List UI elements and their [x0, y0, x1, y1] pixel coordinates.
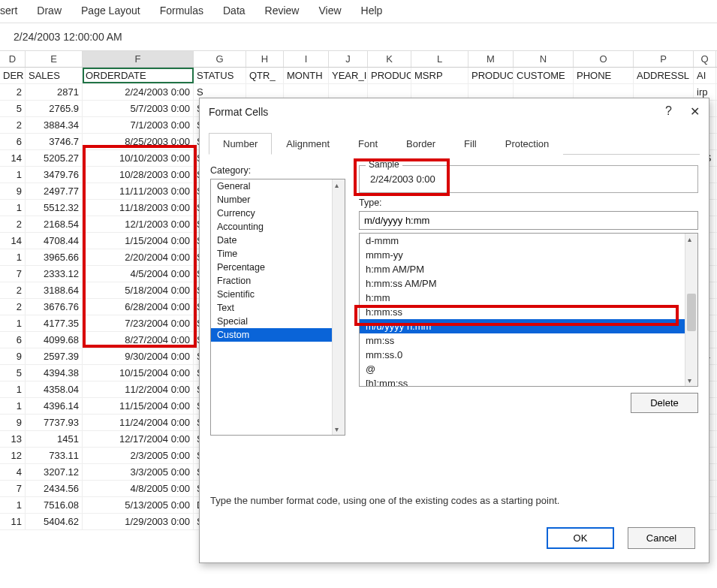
- cell[interactable]: 14: [0, 233, 26, 249]
- column-header-P[interactable]: P: [634, 51, 694, 67]
- field-header-phone[interactable]: PHONE: [574, 68, 634, 83]
- field-header-month[interactable]: MONTH: [284, 68, 329, 83]
- cell[interactable]: 6: [0, 332, 26, 348]
- cell[interactable]: 5/13/2005 0:00: [83, 497, 194, 513]
- cell[interactable]: 1: [0, 497, 26, 513]
- column-header-I[interactable]: I: [284, 51, 329, 67]
- cell[interactable]: 3207.12: [26, 464, 83, 480]
- field-header-status[interactable]: STATUS: [194, 68, 246, 83]
- cell[interactable]: 1: [0, 249, 26, 265]
- category-item-date[interactable]: Date: [211, 234, 345, 247]
- cell[interactable]: 5: [0, 365, 26, 381]
- ribbon-tab-draw[interactable]: Draw: [37, 5, 62, 17]
- cell[interactable]: 9: [0, 415, 26, 430]
- cell[interactable]: 2/3/2005 0:00: [83, 448, 194, 463]
- cell[interactable]: 1: [0, 167, 26, 182]
- ok-button[interactable]: OK: [547, 527, 614, 549]
- ribbon-tab-help[interactable]: Help: [361, 5, 383, 17]
- column-header-K[interactable]: K: [368, 51, 411, 67]
- category-item-number[interactable]: Number: [211, 193, 345, 207]
- column-header-E[interactable]: E: [26, 51, 83, 67]
- scroll-down-icon[interactable]: ▾: [688, 376, 691, 384]
- cell[interactable]: 6/28/2004 0:00: [83, 299, 194, 315]
- column-header-G[interactable]: G: [194, 51, 246, 67]
- cell[interactable]: 4/5/2004 0:00: [83, 266, 194, 282]
- cell[interactable]: 12: [0, 448, 26, 463]
- cell[interactable]: 12/1/2003 0:00: [83, 216, 194, 232]
- tab-protection[interactable]: Protection: [491, 133, 564, 155]
- cell[interactable]: 4099.68: [26, 332, 83, 348]
- cell[interactable]: 1/29/2003 0:00: [83, 514, 194, 529]
- cell[interactable]: 2168.54: [26, 216, 83, 232]
- cell[interactable]: 11/2/2004 0:00: [83, 381, 194, 397]
- category-item-custom[interactable]: Custom: [211, 328, 345, 342]
- cell[interactable]: 6: [0, 134, 26, 149]
- type-option[interactable]: mmm-yy: [360, 248, 697, 262]
- cell[interactable]: 11/18/2003 0:00: [83, 200, 194, 216]
- cell[interactable]: 7: [0, 266, 26, 282]
- tab-border[interactable]: Border: [392, 133, 450, 155]
- type-option[interactable]: mm:ss.0: [360, 348, 697, 362]
- cell[interactable]: 3676.76: [26, 299, 83, 315]
- cell[interactable]: 5: [0, 101, 26, 116]
- category-item-time[interactable]: Time: [211, 247, 345, 261]
- cell[interactable]: 8/27/2004 0:00: [83, 332, 194, 348]
- cell[interactable]: 11/15/2004 0:00: [83, 398, 194, 414]
- cancel-button[interactable]: Cancel: [628, 527, 695, 549]
- cell[interactable]: 4177.35: [26, 315, 83, 331]
- column-header-L[interactable]: L: [411, 51, 468, 67]
- cell[interactable]: 11/24/2004 0:00: [83, 415, 194, 430]
- cell[interactable]: 3746.7: [26, 134, 83, 149]
- cell[interactable]: 5/7/2003 0:00: [83, 101, 194, 116]
- formula-bar[interactable]: 2/24/2003 12:00:00 AM: [0, 23, 717, 51]
- cell[interactable]: 2765.9: [26, 101, 83, 116]
- cell[interactable]: 1451: [26, 431, 83, 447]
- field-header-producti[interactable]: PRODUCTI: [368, 68, 411, 83]
- field-header-sales[interactable]: SALES: [26, 68, 83, 83]
- cell[interactable]: 14: [0, 150, 26, 166]
- cell[interactable]: 7: [0, 481, 26, 496]
- cell[interactable]: 733.11: [26, 448, 83, 463]
- column-header-M[interactable]: M: [468, 51, 514, 67]
- cell[interactable]: 1: [0, 398, 26, 414]
- cell[interactable]: 1: [0, 200, 26, 216]
- tab-font[interactable]: Font: [344, 133, 392, 155]
- field-header-addressl[interactable]: ADDRESSL: [634, 68, 694, 83]
- type-option[interactable]: h:mm: [360, 291, 697, 305]
- column-header-D[interactable]: D: [0, 51, 26, 67]
- cell[interactable]: 1: [0, 315, 26, 331]
- cell[interactable]: 4708.44: [26, 233, 83, 249]
- cell[interactable]: 2/20/2004 0:00: [83, 249, 194, 265]
- cell[interactable]: 3479.76: [26, 167, 83, 182]
- cell[interactable]: 7516.08: [26, 497, 83, 513]
- ribbon-tab-sert[interactable]: sert: [0, 5, 17, 17]
- cell[interactable]: 2: [0, 282, 26, 298]
- scroll-thumb[interactable]: [687, 294, 696, 331]
- field-header-product([interactable]: PRODUCT(: [468, 68, 514, 83]
- category-item-currency[interactable]: Currency: [211, 207, 345, 220]
- cell[interactable]: 2/24/2003 0:00: [83, 84, 194, 100]
- tab-alignment[interactable]: Alignment: [272, 133, 344, 155]
- cell[interactable]: 10/15/2004 0:00: [83, 365, 194, 381]
- type-list[interactable]: d-mmmmmm-yyh:mm AM/PMh:mm:ss AM/PMh:mmh:…: [359, 233, 698, 387]
- ribbon-tab-view[interactable]: View: [318, 5, 341, 17]
- ribbon-tab-data[interactable]: Data: [223, 5, 246, 17]
- cell[interactable]: 4/8/2005 0:00: [83, 481, 194, 496]
- column-header-Q[interactable]: Q: [694, 51, 716, 67]
- cell[interactable]: 10/28/2003 0:00: [83, 167, 194, 182]
- category-item-percentage[interactable]: Percentage: [211, 261, 345, 274]
- cell[interactable]: 8/25/2003 0:00: [83, 134, 194, 149]
- field-header-ai[interactable]: AI: [694, 68, 716, 83]
- category-item-fraction[interactable]: Fraction: [211, 274, 345, 288]
- scroll-up-icon[interactable]: ▴: [688, 235, 691, 243]
- cell[interactable]: 4394.38: [26, 365, 83, 381]
- category-item-text[interactable]: Text: [211, 301, 345, 315]
- type-option[interactable]: h:mm AM/PM: [360, 262, 697, 276]
- category-item-general[interactable]: General: [211, 179, 345, 193]
- cell[interactable]: 9: [0, 348, 26, 364]
- field-header-year_i[interactable]: YEAR_I: [329, 68, 368, 83]
- cell[interactable]: 10/10/2003 0:00: [83, 150, 194, 166]
- type-option[interactable]: d-mmm: [360, 234, 697, 248]
- category-item-scientific[interactable]: Scientific: [211, 288, 345, 301]
- category-list[interactable]: GeneralNumberCurrencyAccountingDateTimeP…: [210, 179, 345, 436]
